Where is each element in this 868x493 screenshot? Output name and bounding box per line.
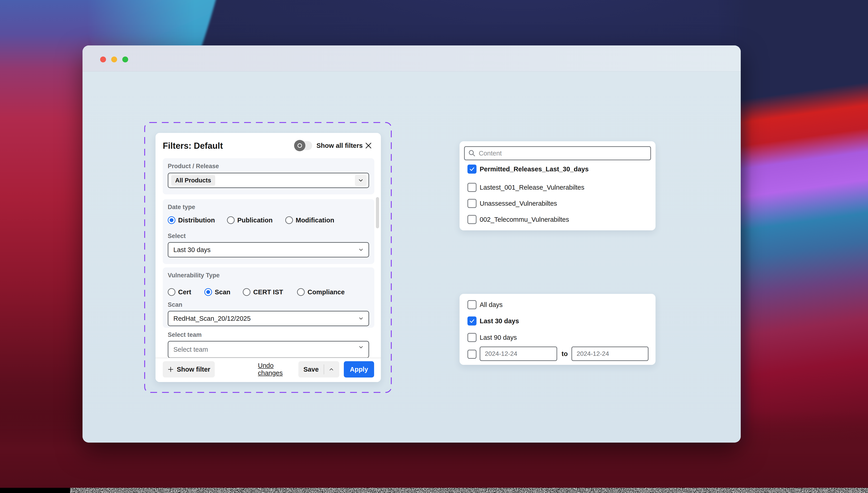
- radio-cert[interactable]: Cert: [168, 288, 191, 296]
- checkbox-unchecked[interactable]: [468, 199, 477, 208]
- date-type-section: Date type Distribution Publication Modif…: [163, 199, 374, 264]
- list-item[interactable]: Last 30 days: [468, 316, 519, 326]
- panel-scrollbar[interactable]: [376, 197, 379, 228]
- content-search-input[interactable]: [479, 150, 637, 157]
- checkbox-unchecked[interactable]: [468, 300, 477, 309]
- static-noise: [70, 488, 868, 493]
- list-item[interactable]: All days: [468, 300, 503, 310]
- date-to-input[interactable]: [571, 346, 649, 361]
- close-traffic-light[interactable]: [100, 57, 106, 62]
- radio-modification-circle[interactable]: [285, 216, 293, 224]
- product-release-label: Product / Release: [168, 163, 219, 170]
- desktop: Filters: Default Show all filters Produc…: [0, 0, 868, 493]
- date-type-label: Date type: [168, 203, 195, 211]
- list-item[interactable]: Unassessed_Vulnerabiltes: [468, 198, 557, 209]
- chevron-down-icon: [358, 316, 364, 321]
- chevron-up-icon: [328, 366, 334, 372]
- radio-scan-circle[interactable]: [204, 288, 212, 296]
- app-window: Filters: Default Show all filters Produc…: [83, 45, 741, 443]
- vulnerability-type-section: Vulnerability Type Cert Scan CERT IST: [163, 267, 374, 328]
- all-products-chip[interactable]: All Products: [171, 175, 215, 186]
- chevron-down-icon: [358, 344, 364, 350]
- product-select[interactable]: All Products: [168, 173, 369, 188]
- date-range-to-label: to: [559, 346, 570, 361]
- apply-button[interactable]: Apply: [344, 361, 374, 378]
- show-all-filters-label: Show all filters: [317, 141, 363, 150]
- toggle-knob-icon: [294, 140, 305, 151]
- list-item[interactable]: Lastest_001_Release_Vulnerabiltes: [468, 183, 584, 192]
- list-item[interactable]: 002_Telecommu_Vulnerabiltes: [468, 215, 569, 224]
- radio-compliance[interactable]: Compliance: [297, 288, 345, 296]
- team-select[interactable]: Select team: [168, 341, 369, 358]
- checkbox-checked[interactable]: [468, 165, 477, 174]
- radio-cert-ist-circle[interactable]: [243, 288, 251, 296]
- maximize-traffic-light[interactable]: [122, 57, 128, 62]
- search-icon: [468, 149, 476, 157]
- radio-cert-ist[interactable]: CERT IST: [243, 288, 283, 296]
- days-filter-panel: All days Last 30 days Last 90 days to: [459, 294, 655, 365]
- scan-select[interactable]: RedHat_Scan_20/12/2025: [168, 311, 369, 326]
- close-icon[interactable]: [364, 141, 373, 151]
- checkbox-unchecked[interactable]: [468, 215, 477, 224]
- product-release-section: Product / Release All Products: [163, 158, 374, 194]
- radio-publication[interactable]: Publication: [227, 216, 273, 224]
- show-filter-button[interactable]: Show filter: [163, 361, 215, 378]
- chevron-down-icon[interactable]: [355, 175, 367, 186]
- radio-modification[interactable]: Modification: [285, 216, 334, 224]
- radio-cert-circle[interactable]: [168, 288, 175, 296]
- checkbox-unchecked[interactable]: [468, 333, 477, 342]
- filters-footer: Show filter Undo changes Save Apply: [155, 358, 381, 382]
- filters-dialog-title: Filters: Default: [163, 141, 223, 151]
- screen-noise-band: [0, 488, 868, 493]
- select-label: Select: [168, 233, 186, 240]
- check-icon: [469, 166, 475, 172]
- content-search-box[interactable]: [464, 146, 651, 160]
- window-titlebar: [83, 45, 741, 71]
- vulnerability-type-label: Vulnerability Type: [168, 272, 220, 279]
- radio-distribution-circle[interactable]: [168, 216, 175, 224]
- checkbox-checked[interactable]: [468, 317, 477, 325]
- list-item[interactable]: Permitted_Releases_Last_30_days: [468, 164, 589, 174]
- checkbox-unchecked[interactable]: [468, 350, 477, 359]
- check-icon: [469, 318, 475, 324]
- chevron-down-icon: [358, 247, 364, 253]
- date-range-row[interactable]: [468, 349, 477, 359]
- noise-black-segment: [0, 488, 70, 493]
- show-all-filters-toggle[interactable]: [295, 141, 312, 150]
- radio-publication-circle[interactable]: [227, 216, 235, 224]
- radio-compliance-circle[interactable]: [297, 288, 305, 296]
- content-filter-panel: Permitted_Releases_Last_30_days Lastest_…: [459, 141, 655, 230]
- period-select[interactable]: Last 30 days: [168, 242, 369, 257]
- minimize-traffic-light[interactable]: [111, 57, 117, 62]
- save-menu-toggle[interactable]: [324, 366, 339, 372]
- save-split-button[interactable]: Save: [298, 361, 339, 378]
- filters-dialog: Filters: Default Show all filters Produc…: [155, 133, 381, 382]
- save-button[interactable]: Save: [298, 366, 324, 373]
- checkbox-unchecked[interactable]: [468, 183, 477, 192]
- select-team-label: Select team: [168, 331, 202, 338]
- scan-label: Scan: [168, 301, 182, 308]
- undo-changes-link[interactable]: Undo changes: [258, 361, 292, 378]
- radio-distribution[interactable]: Distribution: [168, 216, 215, 224]
- date-from-input[interactable]: [480, 346, 557, 361]
- list-item[interactable]: Last 90 days: [468, 333, 517, 342]
- radio-scan[interactable]: Scan: [204, 288, 230, 296]
- plus-icon: [167, 366, 174, 373]
